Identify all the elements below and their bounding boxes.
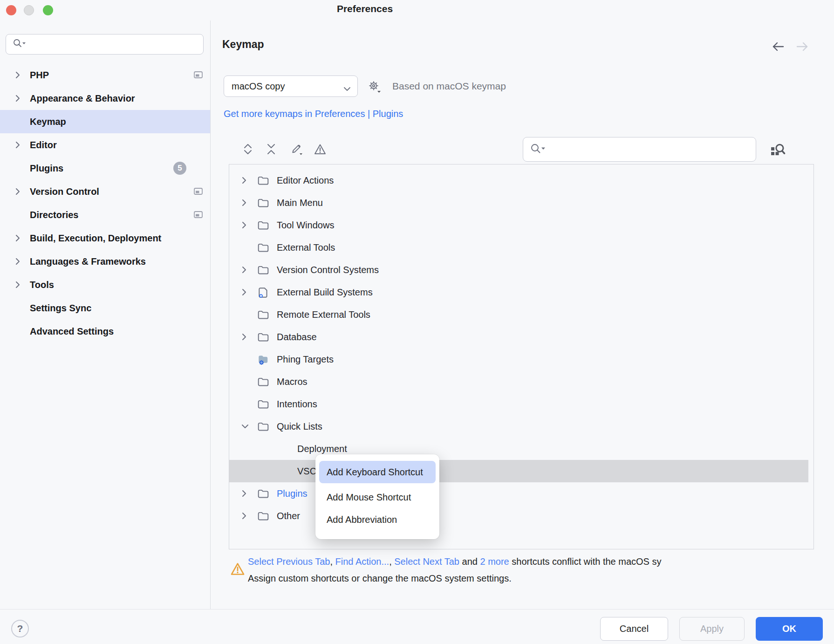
tree-item-remote-external-tools[interactable]: Remote External Tools	[229, 303, 808, 326]
tree-item-database[interactable]: Database	[229, 326, 808, 348]
chevron-right-icon[interactable]	[240, 511, 248, 522]
sidebar-item-tools[interactable]: Tools	[0, 273, 210, 296]
monitor-icon	[193, 187, 204, 198]
chevron-right-icon[interactable]	[240, 176, 248, 187]
chevron-right-icon	[14, 280, 21, 291]
warning-text: shortcuts conflict with the macOS sy	[509, 556, 662, 567]
expand-all-icon[interactable]	[241, 143, 254, 156]
back-arrow-icon[interactable]	[770, 40, 786, 55]
sidebar-item-label: Languages & Frameworks	[30, 256, 146, 267]
conflict-link-select-previous-tab[interactable]: Select Previous Tab	[248, 556, 330, 567]
tree-item-label: Quick Lists	[277, 421, 322, 432]
sidebar-item-directories[interactable]: Directories	[0, 203, 210, 226]
warning-text: and	[459, 556, 480, 567]
forward-arrow-icon[interactable]	[794, 40, 811, 55]
chevron-down-icon	[343, 85, 351, 93]
chevron-right-icon[interactable]	[240, 489, 248, 500]
show-conflicts-warning-icon[interactable]	[313, 143, 326, 156]
tree-item-main-menu[interactable]: Main Menu	[229, 192, 808, 214]
find-actions-by-shortcut-icon[interactable]	[769, 141, 786, 158]
folder-icon	[257, 331, 269, 343]
monitor-icon	[193, 70, 204, 82]
menu-item-add-mouse-shortcut[interactable]: Add Mouse Shortcut	[319, 486, 436, 508]
chevron-right-icon[interactable]	[240, 288, 248, 299]
ok-button[interactable]: OK	[756, 617, 823, 641]
menu-item-add-keyboard-shortcut[interactable]: Add Keyboard Shortcut	[319, 461, 436, 483]
tree-item-label: Version Control Systems	[277, 265, 379, 275]
window-title: Preferences	[337, 3, 393, 14]
apply-button[interactable]: Apply	[679, 617, 745, 641]
keymap-gear-menu-icon[interactable]	[367, 79, 383, 94]
shortcut-search-input[interactable]	[523, 137, 756, 162]
sidebar-item-label: Settings Sync	[30, 303, 91, 314]
sidebar-item-php[interactable]: PHP	[0, 63, 210, 87]
sidebar-item-languages-frameworks[interactable]: Languages & Frameworks	[0, 250, 210, 273]
collapse-all-icon[interactable]	[265, 143, 278, 156]
tree-item-editor-actions[interactable]: Editor Actions	[229, 169, 808, 192]
chevron-right-icon[interactable]	[240, 332, 248, 343]
cancel-button[interactable]: Cancel	[600, 617, 668, 641]
tree-item-label: Macros	[277, 377, 308, 387]
sidebar-item-label: PHP	[30, 70, 49, 81]
folder-icon	[257, 264, 269, 276]
folder-icon	[257, 197, 269, 209]
tree-item-intentions[interactable]: Intentions	[229, 393, 808, 415]
tree-item-external-tools[interactable]: External Tools	[229, 236, 808, 259]
conflict-link-select-next-tab[interactable]: Select Next Tab	[394, 556, 459, 567]
phing-targets-icon	[257, 354, 269, 366]
menu-item-add-abbreviation[interactable]: Add Abbreviation	[319, 508, 436, 531]
sidebar-item-plugins[interactable]: Plugins 5	[0, 157, 210, 180]
folder-icon	[257, 309, 269, 321]
sidebar-item-keymap[interactable]: Keymap	[0, 110, 210, 133]
tree-item-macros[interactable]: Macros	[229, 370, 808, 393]
preferences-window: Preferences PHP Appearance & Behavior Ke…	[0, 0, 834, 644]
monitor-icon	[193, 210, 204, 221]
sidebar-item-version-control[interactable]: Version Control	[0, 180, 210, 203]
folder-icon	[257, 242, 269, 254]
tree-item-label: Intentions	[277, 399, 317, 410]
warning-icon	[230, 562, 245, 578]
tree-item-label: Plugins	[277, 488, 308, 499]
chevron-right-icon	[14, 187, 21, 198]
tree-item-tool-windows[interactable]: Tool Windows	[229, 214, 808, 236]
conflict-warning-line2: Assign custom shortcuts or change the ma…	[248, 573, 834, 584]
tree-item-label: External Tools	[277, 242, 335, 253]
based-on-keymap-label: Based on macOS keymap	[392, 81, 506, 92]
tree-item-version-control-systems[interactable]: Version Control Systems	[229, 259, 808, 281]
help-button[interactable]: ?	[11, 620, 29, 637]
sidebar-item-build-execution-deployment[interactable]: Build, Execution, Deployment	[0, 226, 210, 250]
sidebar-item-settings-sync[interactable]: Settings Sync	[0, 296, 210, 320]
plugins-count-badge: 5	[173, 162, 186, 175]
folder-icon	[257, 510, 269, 522]
sidebar-item-editor[interactable]: Editor	[0, 133, 210, 157]
maximize-button[interactable]	[43, 5, 53, 15]
tree-item-label: Remote External Tools	[277, 309, 370, 320]
tree-item-quick-lists[interactable]: Quick Lists	[229, 415, 808, 438]
minimize-button[interactable]	[24, 5, 34, 15]
tree-item-external-build-systems[interactable]: External Build Systems	[229, 281, 808, 303]
conflict-link-2-more[interactable]: 2 more	[480, 556, 509, 567]
chevron-down-icon[interactable]	[240, 422, 250, 433]
chevron-right-icon[interactable]	[240, 265, 248, 276]
sidebar-item-appearance-behavior[interactable]: Appearance & Behavior	[0, 87, 210, 110]
keymap-select[interactable]: macOS copy	[224, 75, 358, 97]
folder-icon	[257, 398, 269, 411]
edit-shortcut-icon[interactable]	[290, 143, 303, 156]
get-more-keymaps-link[interactable]: Get more keymaps in Preferences | Plugin…	[224, 109, 403, 119]
tree-item-phing-targets[interactable]: Phing Targets	[229, 348, 808, 370]
page-title: Keymap	[222, 38, 264, 51]
close-button[interactable]	[6, 5, 16, 15]
conflict-link-find-action[interactable]: Find Action...	[335, 556, 390, 567]
sidebar-item-advanced-settings[interactable]: Advanced Settings	[0, 320, 210, 343]
tree-item-label: Editor Actions	[277, 175, 334, 186]
chevron-right-icon	[14, 140, 21, 151]
settings-search-input[interactable]	[6, 34, 204, 55]
conflict-warning-line1: Select Previous Tab, Find Action..., Sel…	[248, 556, 834, 567]
chevron-right-icon	[14, 233, 21, 245]
chevron-right-icon	[14, 94, 21, 105]
sidebar-item-label: Advanced Settings	[30, 326, 114, 337]
chevron-right-icon[interactable]	[240, 220, 248, 232]
sidebar-item-label: Directories	[30, 210, 79, 220]
tree-item-label: Tool Windows	[277, 220, 334, 231]
chevron-right-icon[interactable]	[240, 198, 248, 209]
